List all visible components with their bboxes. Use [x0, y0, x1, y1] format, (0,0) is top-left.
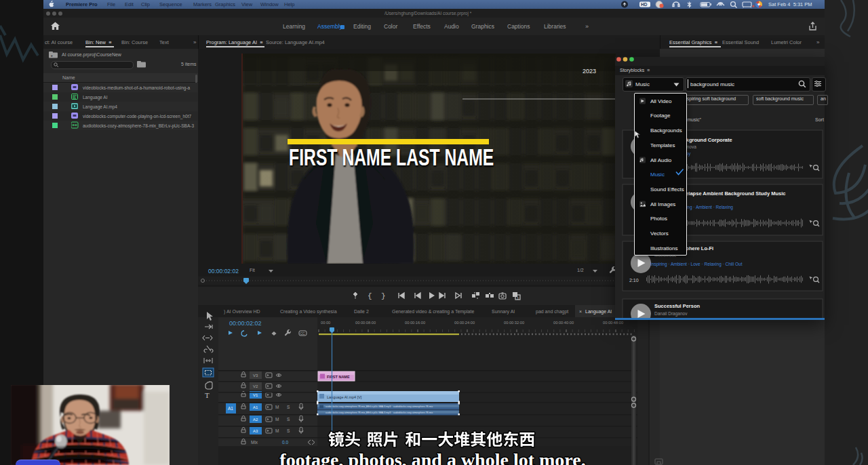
svg-text:footage, photos, and a whole l: footage, photos, and a whole lot more. [279, 449, 585, 465]
